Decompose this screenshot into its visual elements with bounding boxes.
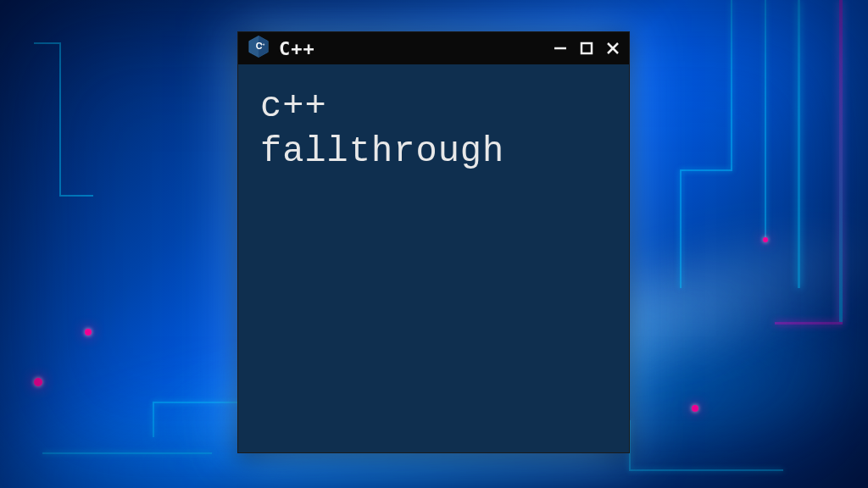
terminal-window: C ++ C++ c++ fallthrough bbox=[237, 31, 630, 453]
maximize-button[interactable] bbox=[580, 42, 593, 55]
code-line-1: c++ bbox=[260, 85, 607, 130]
close-button[interactable] bbox=[605, 41, 620, 56]
window-body: c++ fallthrough bbox=[238, 64, 629, 194]
minimize-button[interactable] bbox=[553, 41, 568, 56]
code-line-2: fallthrough bbox=[260, 130, 607, 175]
window-controls bbox=[553, 41, 620, 56]
cpp-logo-icon: C ++ bbox=[247, 35, 270, 63]
svg-rect-5 bbox=[581, 43, 592, 53]
window-title: C++ bbox=[279, 38, 544, 59]
content-text: c++ fallthrough bbox=[260, 85, 607, 174]
svg-text:++: ++ bbox=[260, 42, 265, 47]
titlebar[interactable]: C ++ C++ bbox=[238, 32, 629, 64]
